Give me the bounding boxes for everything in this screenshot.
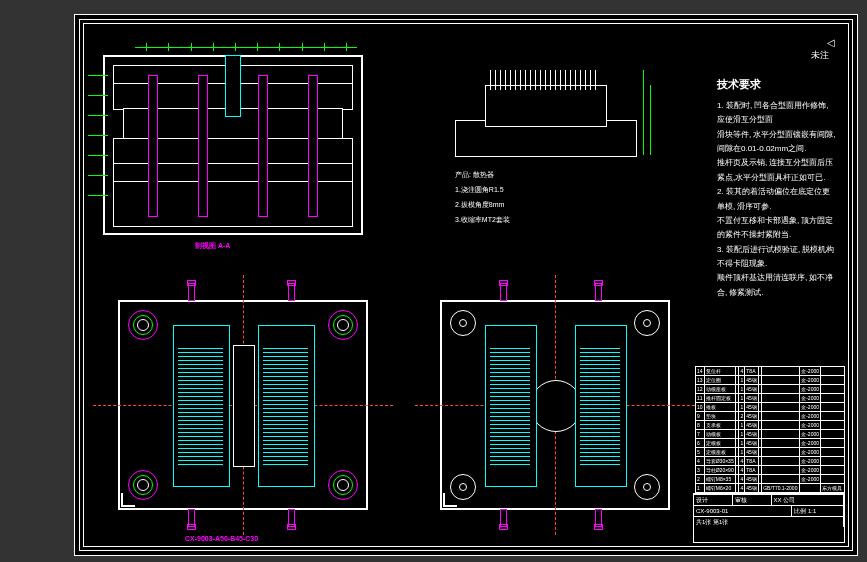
tb-company: XX 公司 [772,495,845,505]
bom-cell: 导柱Ø20×90 [704,466,736,475]
bom-cell: 金-2000 [800,439,821,448]
cad-canvas: ◁ 未注 剖视图 A-A 产品: 散热器 1.浇注圆角R1.5 2.拔模角度8m… [0,0,867,562]
req-item: 推杆页及示销, 连接互分型面后压紧点,水平分型面具杆正如可已. [717,156,837,185]
tb-scale: 比例 1:1 [792,506,844,516]
bom-cell: 金-2000 [800,412,821,421]
bom-cell [762,403,800,412]
bom-cell: 11 [696,394,705,403]
bom-cell [762,394,800,403]
bill-of-materials: 14复位杆4T8A金-200013定位圈145钢金-200012动模座板145钢… [695,366,845,493]
isometric-view [455,70,635,160]
bom-row: 1螺钉M6×20445钢GB/T70.1-2000东方模具 [696,484,845,493]
bom-row: 4导套Ø30×354T8A金-2000 [696,457,845,466]
bom-cell: 45钢 [745,484,759,493]
bom-cell: 东方模具 [821,484,845,493]
bom-cell [821,439,845,448]
bom-row: 3导柱Ø20×904T8A金-2000 [696,466,845,475]
drawing-number-label: CX-9003-A50-B45-C30 [185,535,258,542]
bom-row: 13定位圈145钢金-2000 [696,376,845,385]
technical-requirements: 技术要求 1. 装配时, 凹各合型面用作修饰, 应使滑互分型面 滑块等件, 水平… [717,75,837,300]
bom-cell: 1 [696,484,705,493]
bom-cell: 金-2000 [800,376,821,385]
bom-cell: 金-2000 [800,367,821,376]
bom-cell: 45钢 [745,385,759,394]
product-line-1: 1.浇注圆角R1.5 [455,185,504,195]
bom-cell: 45钢 [745,412,759,421]
bom-cell [762,439,800,448]
bom-row: 9垫块245钢金-2000 [696,412,845,421]
bom-table: 14复位杆4T8A金-200013定位圈145钢金-200012动模座板145钢… [695,366,845,493]
bom-cell [762,385,800,394]
req-item: 滑块等件, 水平分型面镶嵌有间隙, 间隙在0.01-0.02mm之间. [717,128,837,157]
bom-cell: 10 [696,403,705,412]
bom-cell: 7 [696,430,705,439]
bom-row: 7动模板145钢金-2000 [696,430,845,439]
bom-cell: 推杆固定板 [704,394,736,403]
bom-cell: 金-2000 [800,430,821,439]
bom-row: 10推板145钢金-2000 [696,403,845,412]
drawing-sheet: ◁ 未注 剖视图 A-A 产品: 散热器 1.浇注圆角R1.5 2.拔模角度8m… [74,14,858,556]
bom-cell: 金-2000 [800,403,821,412]
bom-cell [800,484,821,493]
bom-cell: 金-2000 [800,466,821,475]
bom-cell: 2 [696,475,705,484]
bom-cell: 推板 [704,403,736,412]
bom-cell [762,430,800,439]
scale-arrow-icon: ◁ [827,37,835,48]
bom-cell: T8A [745,457,759,466]
requirements-title: 技术要求 [717,75,837,95]
bom-cell [762,448,800,457]
plan-view-fixed [425,285,685,525]
bom-cell: 定模板 [704,439,736,448]
bom-cell: 螺钉M8×35 [704,475,736,484]
bom-cell [821,475,845,484]
bom-cell [762,412,800,421]
req-item: 2. 装其的着活动偏位在底定位更单模, 滑序可参. [717,185,837,214]
bom-cell: 复位杆 [704,367,736,376]
bom-row: 11推杆固定板145钢金-2000 [696,394,845,403]
section-view [103,55,363,235]
bom-cell: 螺钉M6×20 [704,484,736,493]
bom-cell: 导套Ø30×35 [704,457,736,466]
bom-cell: 9 [696,412,705,421]
bom-cell [821,466,845,475]
bom-cell: 45钢 [745,421,759,430]
product-title: 产品: 散热器 [455,170,494,180]
bom-cell: GB/T70.1-2000 [762,484,800,493]
bom-cell: 5 [696,448,705,457]
bom-cell: T8A [745,367,759,376]
tb-drawn: 设计 [694,495,733,505]
bom-row: 8支承板145钢金-2000 [696,421,845,430]
bom-cell [821,430,845,439]
tb-checked: 审核 [733,495,772,505]
bom-cell: 45钢 [745,376,759,385]
req-item: 不置付互移和卡部遇象, 顶方固定的紧件不操封紧附当. [717,214,837,243]
bom-row: 5定模座板145钢金-2000 [696,448,845,457]
bom-cell: 动模板 [704,430,736,439]
plan-view-moving [103,285,383,525]
product-line-2: 2.拔模角度8mm [455,200,504,210]
bom-cell: 金-2000 [800,385,821,394]
top-dimension-ticks [135,43,357,53]
bom-cell: 45钢 [745,394,759,403]
req-item: 3. 装配后进行试模验证, 脱模机构不得卡阻现象. [717,243,837,272]
bom-cell [821,448,845,457]
bom-cell: 4 [696,457,705,466]
bom-cell: 金-2000 [800,448,821,457]
bom-cell: 金-2000 [800,394,821,403]
unnamed-label: 未注 [811,49,829,62]
bom-cell [762,466,800,475]
bom-cell: 动模座板 [704,385,736,394]
bom-cell: 12 [696,385,705,394]
bom-cell: 14 [696,367,705,376]
bom-cell [821,421,845,430]
bom-cell: 金-2000 [800,475,821,484]
bom-cell: 8 [696,421,705,430]
bom-cell: 支承板 [704,421,736,430]
bom-cell: 45钢 [745,448,759,457]
bom-row: 12动模座板145钢金-2000 [696,385,845,394]
bom-cell: 45钢 [745,475,759,484]
bom-cell: 定模座板 [704,448,736,457]
product-line-3: 3.收缩率MT2套装 [455,215,510,225]
bom-cell [821,385,845,394]
